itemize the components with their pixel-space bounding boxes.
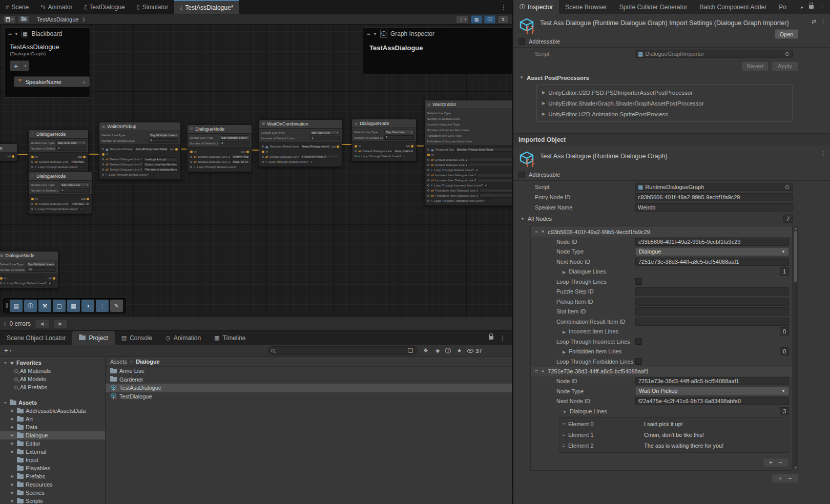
node-check-row[interactable]: ≈Loop Through Forbidden Item Lines? [425, 198, 512, 203]
graph-edge[interactable] [88, 154, 100, 155]
addressable-checkbox[interactable] [518, 38, 525, 45]
chevron-left-icon[interactable]: ‹ [83, 79, 85, 85]
data-port-icon[interactable] [190, 156, 192, 158]
foldout-arrow-icon[interactable]: ▶ [10, 425, 15, 429]
folder-item-editor[interactable]: ▶Editor [0, 439, 105, 448]
data-port-icon[interactable] [427, 174, 429, 176]
window-menu-icon[interactable]: ⋮ [500, 334, 506, 342]
text-field[interactable] [480, 188, 512, 193]
chevron-down-icon[interactable]: ▼ [14, 32, 18, 36]
sidebar-item-all-models[interactable]: All Models [0, 375, 105, 383]
scrollbar-thumb[interactable] [794, 231, 797, 282]
postprocessor-item[interactable]: ▶UnityEditor.U2D.PSD.PSDImporterAssetPos… [537, 87, 792, 98]
breadcrumb-current[interactable]: Dialogue [136, 359, 159, 365]
lock-icon[interactable] [809, 5, 814, 9]
node-title-bar[interactable]: ☰DialogueNode [188, 125, 252, 133]
text-field[interactable]: 7251e73e-38d3-44ff-a8c5-bcf54088aaf1 [635, 377, 789, 385]
graph-options-button[interactable]: ⋮ ▾ [456, 15, 469, 24]
tab-sprite-collider-generator[interactable]: Sprite Collider Generator [613, 0, 694, 14]
checkbox[interactable] [635, 358, 642, 365]
element-field[interactable]: Cmon, don't be like this! [644, 432, 786, 438]
text-field[interactable]: Now, go on, ... [232, 160, 249, 164]
property-number-field[interactable]: 1 [56, 146, 86, 151]
breadcrumb[interactable]: TestAssDialogue ❯ [32, 14, 91, 25]
script-field[interactable]: ▦DialogueGraphImporter⊙ [635, 50, 793, 58]
file-item-testassdialogue[interactable]: {}TestAssDialogue [106, 384, 512, 392]
tab-scene[interactable]: #Scene [0, 0, 35, 14]
text-field[interactable] [469, 163, 512, 167]
foldout-arrow-icon[interactable]: ▼ [563, 410, 567, 414]
tab-scene-browser[interactable]: Scene Browser [559, 0, 613, 14]
node-field-row[interactable]: afDefault Dialogue Line 1Ohhhh yeah, [188, 154, 252, 159]
node-entry-header[interactable]: =▼7251e73e-38d3-44ff-a8c5-bcf54088aaf1 [531, 367, 792, 376]
data-port-icon[interactable] [102, 169, 104, 171]
node-title-bar[interactable]: ☰WaitOnCombination [259, 120, 342, 128]
postprocessor-item[interactable]: ▶UnityEditor.U2D.Animation.SpritePostPro… [537, 109, 792, 119]
folder-item-resources[interactable]: ▶Resources [0, 480, 105, 489]
property-number-field[interactable]: -55 [26, 267, 56, 272]
foldout-arrow-icon[interactable]: ▶ [10, 417, 15, 421]
object-field[interactable]: Ass (Pickup Item Data)⊙ [134, 147, 169, 151]
revert-button[interactable]: Revert [742, 61, 769, 71]
node-field-row[interactable]: afDefault Dialogue Line 2Now, go on, ... [188, 159, 252, 164]
tab-testdialogue[interactable]: ζTestDialogue [78, 0, 131, 14]
graph-node-dialoguenode[interactable]: ☰DialogueNodeDefault Line TypeSay Multip… [187, 124, 252, 172]
property-dropdown[interactable]: Say Multiple Lines▾ [220, 135, 250, 140]
data-port-icon[interactable] [31, 208, 33, 210]
data-port-icon[interactable] [262, 161, 264, 163]
breadcrumb-root[interactable]: Assets [110, 359, 127, 365]
input-port-icon[interactable] [355, 145, 357, 148]
input-port-icon[interactable] [262, 151, 264, 153]
node-check-row[interactable]: ≈Loop Through Default Lines? [29, 164, 88, 170]
create-asset-button[interactable]: + ▾ [4, 347, 11, 354]
graph-inspector-panel[interactable]: = ▼ ⓘ Graph Inspector TestAssDialogue [363, 27, 512, 74]
add-element-button[interactable]: + [769, 459, 773, 466]
node-field-row[interactable]: afDefault Dialogue Line 3The ass is wait… [99, 167, 180, 172]
node-title-bar[interactable]: ☰DialogueNode [29, 130, 88, 138]
data-port-icon[interactable] [427, 164, 429, 166]
foldout-arrow-icon[interactable]: ▼ [3, 401, 8, 405]
text-field[interactable]: 7251e73e-38d3-44ff-a8c5-bcf54088aaf1 [635, 258, 789, 266]
graph-node-waitonpickup[interactable]: ☰WaitOnPickupDefault Line TypeSay Multip… [99, 122, 181, 180]
node-check-row[interactable]: ≈Loop Through Default Lines?✓ [259, 159, 342, 164]
add-property-dropdown[interactable]: ▾ [22, 60, 29, 71]
toggle-graph-inspector-button[interactable]: ⓘ [484, 15, 495, 24]
graph-node-dialoguenode[interactable]: ☰DialogueNodeDefault Line TypeSay One Li… [28, 130, 89, 172]
scroll-down-icon[interactable]: ▼ [794, 466, 798, 469]
foldout-arrow-icon[interactable]: ▶ [563, 350, 566, 354]
previous-error-button[interactable]: ◀ [35, 319, 49, 328]
toggle-debug-button[interactable]: ↯ [497, 15, 509, 24]
search-by-type-icon[interactable]: ❖ [422, 347, 430, 354]
addressable-checkbox[interactable] [518, 172, 525, 178]
tab-animation[interactable]: ◷Animation [159, 331, 208, 345]
property-dropdown[interactable]: Say Multiple Lines▾ [26, 262, 56, 266]
property-dropdown[interactable]: Say One Line▾ [310, 130, 340, 135]
data-port-icon[interactable] [190, 161, 192, 163]
text-field[interactable]: The ass is waiting there for you! [143, 167, 178, 172]
checkbox[interactable]: ✓ [484, 184, 488, 187]
node-check-row[interactable]: ≈Loop Through Default Lines? [352, 154, 416, 159]
node-title-bar[interactable]: ☰WaitOnSlot [425, 100, 512, 109]
window-menu-icon[interactable]: ⋮ [819, 4, 825, 10]
tab-batch-component-adder[interactable]: Batch Component Adder [693, 0, 773, 14]
drag-handle-icon[interactable]: = [367, 30, 370, 37]
node-title-bar[interactable]: ☰DialogueNode [0, 251, 58, 260]
graph-node-startnode[interactable]: ☰StartNodeout [0, 143, 17, 161]
search-by-label-icon[interactable]: ◈ [434, 347, 441, 354]
data-port-icon[interactable] [427, 195, 429, 197]
node-list-scrollbar[interactable]: ▲▼ [794, 227, 798, 469]
node-title-bar[interactable]: ☰WaitOnPickup [99, 122, 180, 131]
node-field-row[interactable]: afDefault Dialogue Line 1I said pick it … [99, 157, 180, 162]
file-item-testdialogue[interactable]: {}TestDialogue [106, 392, 512, 401]
node-object-row[interactable]: ▣Required SlotBonfire (Pickup Item Data)… [425, 147, 512, 152]
data-port-icon[interactable] [190, 166, 192, 168]
element-field[interactable]: I said pick it up! [644, 421, 786, 427]
visibility-toggle[interactable]: 37 [467, 348, 482, 354]
folder-item-playables[interactable]: Playables [0, 464, 105, 472]
node-field-row[interactable]: afDefault Dialogue Line 2Cmon, don't be … [99, 162, 180, 167]
foldout-arrow-icon[interactable]: ▼ [541, 369, 545, 374]
foldout-arrow-icon[interactable]: ▼ [3, 361, 8, 365]
input-port-icon[interactable] [31, 198, 34, 200]
foldout-arrow-icon[interactable]: ▶ [10, 482, 15, 487]
output-port[interactable]: out [48, 277, 55, 280]
